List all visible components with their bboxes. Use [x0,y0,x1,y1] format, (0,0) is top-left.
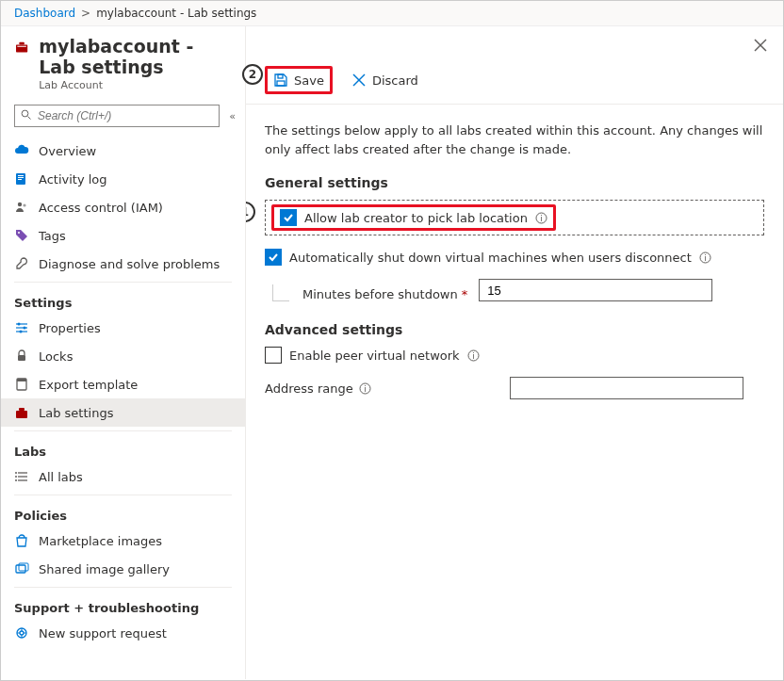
svg-rect-6 [18,175,24,176]
svg-text:i: i [472,351,475,361]
sidebar-group-policies: Policies [1,499,245,527]
sidebar-item-label: Access control (IAM) [39,201,163,215]
discard-icon [351,73,367,88]
allow-location-label: Allow lab creator to pick lab location [304,211,528,225]
sidebar-item-label: Overview [39,144,96,158]
breadcrumb-root[interactable]: Dashboard [14,7,75,20]
svg-rect-2 [17,46,25,47]
lab-account-icon [14,40,29,62]
sidebar-item-shared-gallery[interactable]: Shared image gallery [1,555,245,583]
lab-icon [14,405,29,420]
sidebar-item-export-template[interactable]: Export template [1,370,245,398]
sidebar-item-marketplace-images[interactable]: Marketplace images [1,527,245,555]
save-icon [273,73,288,88]
svg-text:i: i [540,214,543,223]
sidebar-group-support: Support + troubleshooting [1,592,245,619]
sidebar-group-labs: Labs [1,435,245,462]
allow-location-checkbox[interactable] [280,209,297,226]
bag-icon [14,533,29,548]
sidebar: mylabaccount - Lab settings Lab Account … [1,26,246,679]
svg-rect-0 [16,44,27,52]
save-button[interactable]: Save [265,66,333,94]
sidebar-item-activity-log[interactable]: Activity log [1,165,245,193]
advanced-settings-title: Advanced settings [265,322,764,337]
sidebar-item-label: Diagnose and solve problems [39,257,220,271]
template-icon [14,377,29,392]
svg-point-26 [15,472,17,474]
search-input[interactable] [38,109,213,122]
svg-point-32 [20,631,24,635]
sidebar-item-overview[interactable]: Overview [1,137,245,165]
auto-shutdown-checkbox[interactable] [265,249,282,266]
collapse-sidebar-icon[interactable]: « [225,110,239,122]
sidebar-item-lab-settings[interactable]: Lab settings [1,398,245,427]
indent-connector [272,284,289,301]
sidebar-item-label: Shared image gallery [39,562,170,576]
svg-rect-22 [19,408,24,411]
discard-button[interactable]: Discard [346,69,424,91]
peer-vnet-label: Enable peer virtual network [289,349,460,363]
annotation-2: 2 [242,64,263,85]
tag-icon [14,228,29,243]
svg-rect-1 [19,42,24,45]
svg-text:i: i [704,253,707,263]
sliders-icon [14,320,29,335]
sidebar-item-label: Export template [39,378,138,392]
sidebar-item-label: All labs [39,470,83,484]
svg-point-16 [24,327,26,330]
info-icon[interactable]: i [699,251,711,264]
svg-rect-30 [19,563,28,571]
required-indicator: * [462,287,468,301]
page-title: mylabaccount - Lab settings [39,36,232,77]
people-icon [14,200,29,215]
annotation-1: 1 [246,202,255,222]
sidebar-item-label: Marketplace images [39,534,162,548]
sidebar-item-new-support[interactable]: New support request [1,619,245,647]
svg-point-28 [15,479,17,481]
peer-vnet-checkbox[interactable] [265,347,282,364]
search-input-wrapper[interactable] [14,105,220,127]
sidebar-item-access-control[interactable]: Access control (IAM) [1,193,245,221]
sidebar-item-label: Properties [39,321,101,335]
general-settings-title: General settings [265,175,764,190]
sidebar-item-label: Locks [39,349,73,364]
sidebar-item-label: Tags [39,229,66,243]
minutes-input[interactable] [479,279,712,301]
chevron-right-icon: > [81,7,90,20]
list-icon [14,469,29,484]
sidebar-item-label: Activity log [39,172,107,186]
info-icon[interactable]: i [535,212,547,224]
address-range-label: Address range [265,381,353,396]
svg-point-10 [23,203,25,206]
sidebar-item-diagnose[interactable]: Diagnose and solve problems [1,250,245,278]
content-pane: 2 Save Discard The settings below apply … [246,26,783,679]
gallery-icon [14,561,29,576]
svg-line-4 [28,116,31,119]
sidebar-item-locks[interactable]: Locks [1,342,245,370]
sidebar-item-properties[interactable]: Properties [1,314,245,342]
svg-point-11 [18,232,20,234]
svg-point-3 [22,110,28,117]
svg-rect-21 [16,411,27,418]
info-icon[interactable]: i [359,382,371,395]
page-subtitle: Lab Account [39,79,232,91]
intro-text: The settings below apply to all labs cre… [265,122,764,158]
info-icon[interactable]: i [467,349,480,362]
sidebar-item-label: Lab settings [39,406,113,420]
address-range-input[interactable] [510,377,743,399]
cloud-icon [14,143,29,158]
svg-rect-39 [278,74,283,78]
support-icon [14,625,29,640]
sidebar-item-tags[interactable]: Tags [1,221,245,250]
breadcrumb-current: mylabaccount - Lab settings [96,7,256,20]
log-icon [14,171,29,186]
nav-menu: Overview Activity log Access control (IA… [1,137,245,679]
save-label: Save [294,73,324,88]
svg-point-9 [18,203,22,206]
svg-point-27 [15,476,17,478]
sidebar-item-all-labs[interactable]: All labs [1,462,245,491]
svg-point-15 [18,323,21,326]
svg-rect-40 [277,81,285,86]
svg-rect-18 [18,355,25,361]
search-icon [21,109,32,123]
